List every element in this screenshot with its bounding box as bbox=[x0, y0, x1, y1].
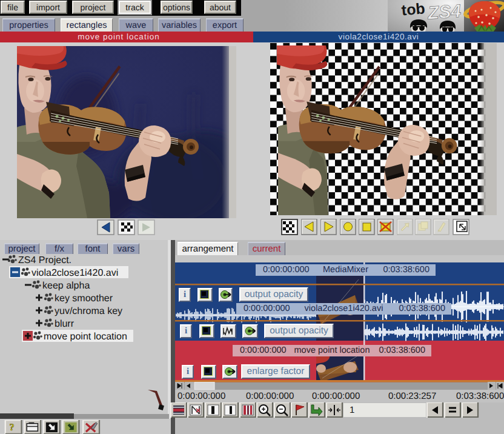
svg-text:ZS4 Project.: ZS4 Project. bbox=[18, 255, 71, 265]
svg-text:key smoother: key smoother bbox=[55, 293, 113, 304]
svg-text:tob: tob bbox=[401, 0, 426, 19]
svg-text:blurr: blurr bbox=[55, 319, 75, 329]
svg-text:1: 1 bbox=[350, 405, 354, 415]
svg-text:viola2close1i420.avi: viola2close1i420.avi bbox=[31, 268, 118, 278]
svg-text:ZS4: ZS4 bbox=[426, 1, 462, 24]
svg-text:move point location: move point location bbox=[44, 332, 127, 342]
svg-text:yuv/chroma key: yuv/chroma key bbox=[55, 306, 122, 316]
svg-text:?: ? bbox=[9, 422, 14, 433]
svg-text:keep alpha: keep alpha bbox=[42, 281, 90, 291]
